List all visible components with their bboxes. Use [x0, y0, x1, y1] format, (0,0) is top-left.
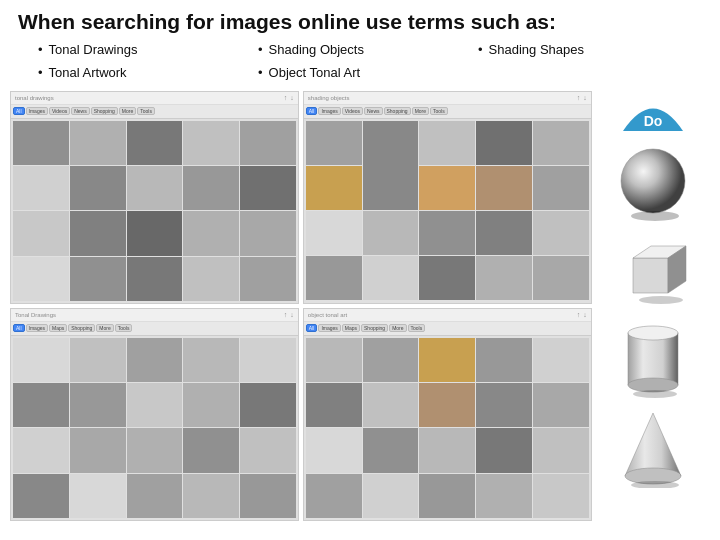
panel3-icon2: ↓ [290, 311, 294, 318]
img-cell [127, 383, 183, 427]
tab-all-1[interactable]: All [13, 107, 25, 115]
img-cell [127, 338, 183, 382]
img-cell [240, 383, 296, 427]
img-cell [183, 428, 239, 472]
panel1-tabs[interactable]: All Images Videos News Shopping More Too… [11, 105, 298, 119]
tab-more-3[interactable]: More [96, 324, 113, 332]
img-cell [419, 428, 475, 472]
panel4-icon1: ↑ [577, 311, 581, 318]
img-cell [13, 428, 69, 472]
img-cell [306, 256, 362, 300]
img-cell [306, 474, 362, 518]
img-cell [70, 428, 126, 472]
tab-tools-1[interactable]: Tools [137, 107, 155, 115]
img-cell [240, 257, 296, 301]
svg-point-9 [628, 378, 678, 392]
img-cell [13, 257, 69, 301]
tab-images-3[interactable]: Images [26, 324, 48, 332]
img-cell [533, 166, 589, 210]
svg-marker-3 [633, 258, 668, 293]
img-cell [240, 338, 296, 382]
img-cell [419, 256, 475, 300]
column-2: • Shading Objects • Object Tonal Art [250, 38, 470, 85]
tab-shop-4[interactable]: Shopping [361, 324, 388, 332]
panel4-tabs[interactable]: All Images Maps Shopping More Tools [304, 322, 591, 336]
tab-tools-4[interactable]: Tools [408, 324, 426, 332]
img-cell [306, 121, 362, 165]
img-cell [306, 338, 362, 382]
svg-point-10 [633, 390, 677, 398]
tab-videos-2[interactable]: News [364, 107, 383, 115]
img-cell [183, 121, 239, 165]
sphere-shape [613, 143, 693, 223]
tab-images-4[interactable]: Images [318, 324, 340, 332]
img-cell [363, 474, 419, 518]
panel2-tabs[interactable]: All Images Videos News Shopping More Too… [304, 105, 591, 119]
term-label-1: Tonal Drawings [49, 38, 138, 61]
tab-all-2[interactable]: All [306, 107, 318, 115]
img-cell [240, 121, 296, 165]
panel-tonal-drawings-2: Tonal Drawings ↑ ↓ All Images Maps Shopp… [10, 308, 299, 521]
img-cell [183, 338, 239, 382]
svg-point-6 [639, 296, 683, 304]
tab-more-4[interactable]: More [389, 324, 406, 332]
img-cell [306, 166, 362, 210]
img-cell [363, 428, 419, 472]
tab-maps-4[interactable]: Maps [342, 324, 360, 332]
tab-shop-1[interactable]: Shopping [91, 107, 118, 115]
img-cell [363, 256, 419, 300]
img-cell [183, 474, 239, 518]
tab-more-2[interactable]: More [412, 107, 429, 115]
panel1-icon2: ↓ [290, 94, 294, 101]
tab-tools-3[interactable]: Tools [115, 324, 133, 332]
tab-news-2[interactable]: Videos [342, 107, 363, 115]
img-cell [306, 383, 362, 427]
tab-images-2[interactable]: Images [318, 107, 340, 115]
img-cell [70, 211, 126, 255]
tab-more-1[interactable]: More [119, 107, 136, 115]
img-cell [127, 257, 183, 301]
panel2-images [304, 119, 591, 303]
img-cell [127, 211, 183, 255]
tab-shop-3[interactable]: Shopping [68, 324, 95, 332]
img-cell [419, 474, 475, 518]
panel3-images [11, 336, 298, 520]
svg-point-2 [631, 211, 679, 221]
img-cell [70, 121, 126, 165]
tab-all-3[interactable]: All [13, 324, 25, 332]
page-title: When searching for images online use ter… [0, 0, 720, 38]
tab-images-1[interactable]: Images [26, 107, 48, 115]
img-cell [476, 121, 532, 165]
tab-all-4[interactable]: All [306, 324, 318, 332]
tab-news-1[interactable]: Videos [49, 107, 70, 115]
tab-maps-3[interactable]: Maps [49, 324, 67, 332]
tab-shop-2[interactable]: Shopping [384, 107, 411, 115]
tab-tools-2[interactable]: Tools [430, 107, 448, 115]
svg-marker-11 [625, 413, 681, 476]
img-cell [533, 428, 589, 472]
panel2-title: shading objects [308, 95, 350, 101]
panel3-title: Tonal Drawings [15, 312, 56, 318]
panel3-tabs[interactable]: All Images Maps Shopping More Tools [11, 322, 298, 336]
img-cell [533, 338, 589, 382]
term-shading-shapes: • Shading Shapes [478, 38, 682, 61]
svg-point-1 [621, 149, 685, 213]
img-cell [419, 338, 475, 382]
panel4-header: object tonal art ↑ ↓ [304, 309, 591, 322]
tab-videos-1[interactable]: News [71, 107, 90, 115]
img-cell [183, 166, 239, 210]
img-cell [70, 257, 126, 301]
bullet-4: • [258, 61, 263, 84]
term-tonal-drawings: • Tonal Drawings [38, 38, 242, 61]
img-cell [419, 166, 475, 210]
img-cell [13, 166, 69, 210]
img-cell [533, 474, 589, 518]
img-cell [363, 338, 419, 382]
panel4-images [304, 336, 591, 520]
img-cell [13, 474, 69, 518]
img-cell [476, 474, 532, 518]
panel3-header: Tonal Drawings ↑ ↓ [11, 309, 298, 322]
column-3: • Shading Shapes [470, 38, 690, 85]
img-cell [127, 166, 183, 210]
img-cell [533, 121, 589, 165]
